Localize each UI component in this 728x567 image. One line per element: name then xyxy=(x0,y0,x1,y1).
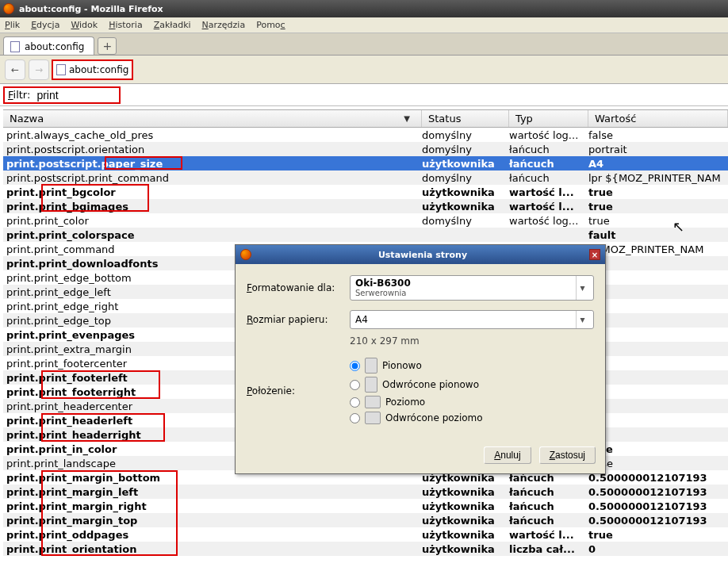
table-row[interactable]: print.postscript.paper_sizeużytkownikała… xyxy=(3,156,728,170)
close-icon[interactable]: × xyxy=(589,249,600,260)
dialog-titlebar[interactable]: Ustawienia strony × xyxy=(236,245,605,264)
cell-status: użytkownika xyxy=(422,529,509,541)
menu-widok[interactable]: Widok xyxy=(71,20,98,30)
cell-type: łańcuch xyxy=(509,172,588,184)
cell-type: łańcuch xyxy=(509,158,588,170)
radio-portrait[interactable]: Pionowo xyxy=(350,358,461,374)
col-name[interactable]: Nazwa▼ xyxy=(3,110,422,127)
cancel-button[interactable]: Anuluj xyxy=(484,446,531,464)
col-status[interactable]: Status xyxy=(422,110,509,127)
cell-type: łańcuch xyxy=(509,515,588,527)
menu-zakladki[interactable]: Zakładki xyxy=(154,20,191,30)
cell-name: print.print_margin_top xyxy=(3,515,422,527)
tab-bar: about:config + xyxy=(0,33,728,56)
chevron-down-icon: ▾ xyxy=(576,311,588,328)
table-row[interactable]: print.print_bgimagesużytkownikawartość l… xyxy=(3,199,728,213)
dialog-title: Ustawienia strony xyxy=(256,250,589,260)
cell-value: true xyxy=(588,201,728,213)
cell-name: print.postscript.print_command xyxy=(3,172,422,184)
cell-name: print.print_margin_right xyxy=(3,500,422,512)
cell-status: domyślny xyxy=(422,215,509,227)
apply-button[interactable]: Zastosuj xyxy=(539,446,596,464)
cell-type: wartość log... xyxy=(509,129,588,141)
table-row[interactable]: print.print_colordomyślnywartość log...t… xyxy=(3,213,728,228)
table-row[interactable]: print.print_orientationużytkownikaliczba… xyxy=(3,542,728,556)
mouse-cursor-icon: ↖ xyxy=(672,218,684,235)
table-row[interactable]: print.always_cache_old_presdomyślnywarto… xyxy=(3,128,728,142)
table-row[interactable]: print.postscript.orientationdomyślnyłańc… xyxy=(3,142,728,156)
cell-value: 0.500000012107193 xyxy=(588,500,728,512)
radio-rev-landscape[interactable]: Odwrócone poziomo xyxy=(350,412,485,424)
radio-landscape[interactable]: Poziomo xyxy=(350,396,461,408)
paper-dimensions: 210 x 297 mm xyxy=(350,335,594,347)
cell-value: fault xyxy=(588,229,728,241)
back-button[interactable]: ← xyxy=(5,59,25,80)
menu-pomoc[interactable]: Pomoc xyxy=(256,20,285,30)
page-icon xyxy=(56,64,66,75)
filter-label: Filtr: xyxy=(8,89,30,101)
table-row[interactable]: print.print_colorspacefault xyxy=(3,228,728,242)
cell-value: 0.500000012107193 xyxy=(588,515,728,527)
cell-value: A4 xyxy=(588,158,728,170)
menu-narzedzia[interactable]: Narzędzia xyxy=(202,20,246,30)
landscape-icon xyxy=(365,396,381,408)
cell-status: domyślny xyxy=(422,129,509,141)
format-for-sub: Serwerownia xyxy=(355,289,411,297)
paper-size-combo[interactable]: A4 ▾ xyxy=(350,310,594,329)
url-text: about:config xyxy=(69,64,128,75)
cell-type: wartość l... xyxy=(509,186,588,198)
firefox-icon xyxy=(3,3,14,14)
cell-name: print.postscript.paper_size xyxy=(3,158,422,170)
format-for-combo[interactable]: Oki-B6300 Serwerownia ▾ xyxy=(350,275,594,301)
menu-historia[interactable]: Historia xyxy=(109,20,142,30)
cell-type: łańcuch xyxy=(509,500,588,512)
window-title: about:config - Mozilla Firefox xyxy=(19,4,163,14)
filter-row: Filtr: xyxy=(0,84,728,106)
cell-type: liczba cał... xyxy=(509,543,588,555)
forward-button[interactable]: → xyxy=(29,59,49,80)
cell-status: użytkownika xyxy=(422,500,509,512)
cell-status: użytkownika xyxy=(422,486,509,498)
cell-status: użytkownika xyxy=(422,515,509,527)
rev-landscape-icon xyxy=(365,412,381,424)
cell-name: print.print_margin_left xyxy=(3,486,422,498)
orientation-label: Położenie: xyxy=(247,385,350,397)
menu-edycja[interactable]: Edycja xyxy=(31,20,59,30)
chevron-down-icon: ▾ xyxy=(576,276,588,300)
rev-portrait-icon xyxy=(365,377,377,393)
cell-status: domyślny xyxy=(422,144,509,155)
col-value[interactable]: Wartość xyxy=(588,110,728,127)
cell-type: łańcuch xyxy=(509,486,588,498)
cell-value: se xyxy=(588,258,728,270)
cell-value: lpr ${MOZ_PRINTER_NAM xyxy=(588,172,728,184)
menu-bar: Plik Edycja Widok Historia Zakładki Narz… xyxy=(0,17,728,33)
cell-type: wartość l... xyxy=(509,201,588,213)
filter-input[interactable] xyxy=(36,89,116,102)
format-for-value: Oki-B6300 xyxy=(355,278,411,289)
url-box[interactable]: about:config xyxy=(52,60,132,79)
menu-plik[interactable]: Plik xyxy=(5,20,20,30)
radio-rev-portrait[interactable]: Odwrócone pionowo xyxy=(350,377,485,393)
table-row[interactable]: print.postscript.print_commanddomyślnyła… xyxy=(3,170,728,185)
page-icon xyxy=(10,41,20,52)
cell-name: print.postscript.orientation xyxy=(3,144,422,155)
table-row[interactable]: print.print_margin_leftużytkownikałańcuc… xyxy=(3,485,728,499)
cell-status: użytkownika xyxy=(422,186,509,198)
new-tab-button[interactable]: + xyxy=(98,37,117,55)
cell-value: 0.500000012107193 xyxy=(588,472,728,484)
table-header: Nazwa▼ Status Typ Wartość xyxy=(3,110,728,128)
table-row[interactable]: print.print_bgcolorużytkownikawartość l.… xyxy=(3,185,728,199)
cell-name: print.always_cache_old_pres xyxy=(3,129,422,141)
cell-name: print.print_bgcolor xyxy=(3,186,422,198)
table-row[interactable]: print.print_oddpagesużytkownikawartość l… xyxy=(3,527,728,542)
table-row[interactable]: print.print_margin_rightużytkownikałańcu… xyxy=(3,499,728,513)
cell-type: wartość log... xyxy=(509,215,588,227)
nav-toolbar: ← → about:config xyxy=(0,56,728,84)
tab-aboutconfig[interactable]: about:config xyxy=(3,36,94,55)
cell-name: print.print_bgimages xyxy=(3,201,422,213)
col-type[interactable]: Typ xyxy=(509,110,588,127)
cell-status: domyślny xyxy=(422,172,509,184)
table-row[interactable]: print.print_margin_topużytkownikałańcuch… xyxy=(3,513,728,527)
portrait-icon xyxy=(365,358,377,374)
cell-value: true xyxy=(588,443,728,455)
